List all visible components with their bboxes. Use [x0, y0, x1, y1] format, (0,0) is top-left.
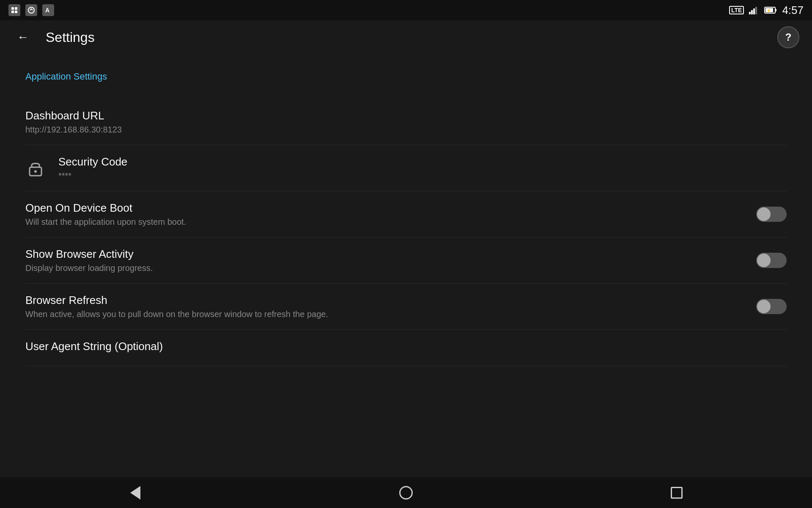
setting-item-show-browser-activity[interactable]: Show Browser Activity Display browser lo…	[25, 237, 787, 284]
help-button[interactable]: ?	[777, 26, 799, 48]
section-header: Application Settings	[25, 67, 787, 86]
setting-content-open-on-boot: Open On Device Boot Will start the appli…	[25, 202, 756, 227]
setting-subtitle-open-on-boot: Will start the application upon system b…	[25, 217, 756, 227]
svg-rect-1	[15, 7, 17, 10]
toggle-show-browser-activity[interactable]	[756, 253, 787, 268]
svg-rect-7	[751, 10, 753, 14]
svg-rect-8	[753, 8, 755, 14]
setting-item-security-code[interactable]: Security Code ****	[25, 145, 787, 191]
setting-content-security-code: Security Code ****	[25, 155, 787, 181]
toggle-thumb-show-browser-activity	[757, 254, 771, 267]
svg-text:A: A	[45, 7, 49, 14]
svg-rect-0	[11, 7, 14, 10]
nav-recents-button[interactable]	[660, 480, 694, 505]
lock-icon	[25, 160, 46, 177]
page-title: Settings	[46, 30, 765, 45]
svg-text:⚡: ⚡	[766, 8, 771, 13]
signal-icon	[749, 6, 759, 14]
setting-text-security-code: Security Code ****	[58, 155, 787, 181]
toolbar: ← Settings ?	[0, 20, 812, 54]
setting-subtitle-browser-refresh: When active, allows you to pull down on …	[25, 309, 756, 319]
setting-title-user-agent-string: User Agent String (Optional)	[25, 340, 787, 353]
setting-title-dashboard-url: Dashboard URL	[25, 109, 787, 122]
toggle-thumb-browser-refresh	[757, 300, 771, 313]
nav-back-icon	[130, 486, 140, 500]
svg-rect-6	[749, 12, 751, 14]
help-icon: ?	[785, 31, 792, 43]
svg-rect-3	[15, 11, 17, 13]
setting-subtitle-show-browser-activity: Display browser loading progress.	[25, 263, 756, 273]
battery-icon: ⚡	[764, 6, 777, 14]
time-display: 4:57	[782, 4, 804, 17]
nav-home-button[interactable]	[389, 480, 423, 505]
setting-item-dashboard-url[interactable]: Dashboard URL http://192.168.86.30:8123	[25, 99, 787, 145]
setting-item-open-on-boot[interactable]: Open On Device Boot Will start the appli…	[25, 191, 787, 237]
svg-rect-2	[11, 11, 14, 13]
setting-item-browser-refresh[interactable]: Browser Refresh When active, allows you …	[25, 284, 787, 330]
app-icon-3: A	[42, 4, 54, 16]
bottom-navigation	[0, 478, 812, 508]
setting-content-dashboard-url: Dashboard URL http://192.168.86.30:8123	[25, 109, 787, 135]
content-area: Application Settings Dashboard URL http:…	[0, 54, 812, 379]
nav-recents-icon	[671, 487, 683, 499]
setting-text-user-agent-string: User Agent String (Optional)	[25, 340, 787, 356]
setting-content-user-agent-string: User Agent String (Optional)	[25, 340, 787, 356]
back-button[interactable]: ←	[13, 27, 33, 47]
setting-subtitle-dashboard-url: http://192.168.86.30:8123	[25, 125, 787, 135]
svg-rect-9	[755, 7, 757, 14]
setting-subtitle-security-code: ****	[58, 171, 787, 181]
status-bar: A LTE ⚡ 4:57	[0, 0, 812, 20]
nav-back-button[interactable]	[118, 480, 152, 505]
nav-home-icon	[399, 486, 413, 500]
svg-point-15	[34, 170, 37, 173]
setting-text-show-browser-activity: Show Browser Activity Display browser lo…	[25, 248, 756, 273]
setting-title-browser-refresh: Browser Refresh	[25, 294, 756, 307]
svg-point-4	[28, 7, 34, 13]
status-bar-left: A	[8, 4, 54, 16]
back-arrow-icon: ←	[17, 30, 29, 44]
setting-title-security-code: Security Code	[58, 155, 787, 168]
setting-text-open-on-boot: Open On Device Boot Will start the appli…	[25, 202, 756, 227]
setting-text-dashboard-url: Dashboard URL http://192.168.86.30:8123	[25, 109, 787, 135]
setting-item-user-agent-string[interactable]: User Agent String (Optional)	[25, 330, 787, 366]
setting-content-show-browser-activity: Show Browser Activity Display browser lo…	[25, 248, 756, 273]
toggle-thumb-open-on-boot	[757, 207, 771, 221]
toggle-open-on-boot[interactable]	[756, 207, 787, 222]
lte-badge: LTE	[729, 6, 744, 14]
svg-rect-11	[775, 9, 776, 11]
setting-title-open-on-boot: Open On Device Boot	[25, 202, 756, 215]
setting-text-browser-refresh: Browser Refresh When active, allows you …	[25, 294, 756, 319]
app-icon-1	[8, 4, 20, 16]
setting-title-show-browser-activity: Show Browser Activity	[25, 248, 756, 261]
app-icon-2	[25, 4, 37, 16]
status-bar-right: LTE ⚡ 4:57	[729, 4, 804, 17]
toggle-browser-refresh[interactable]	[756, 299, 787, 314]
setting-content-browser-refresh: Browser Refresh When active, allows you …	[25, 294, 756, 319]
